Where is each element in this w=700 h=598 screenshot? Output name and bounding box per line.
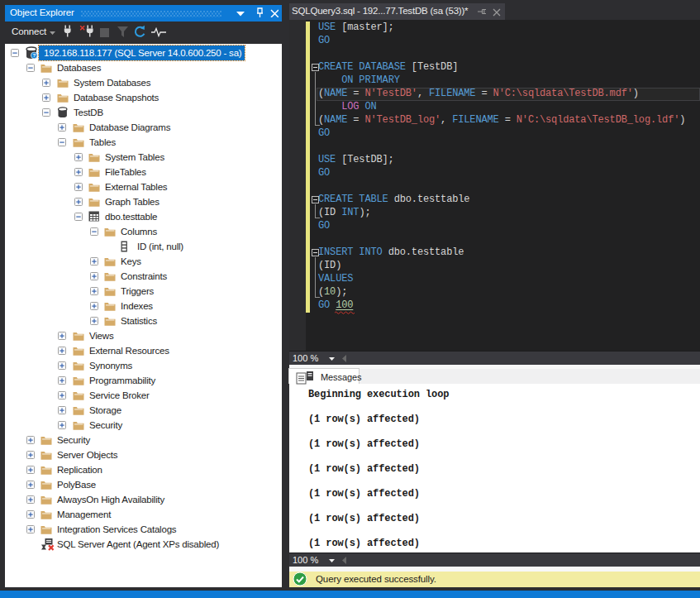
svg-text:?: ? — [32, 53, 36, 58]
